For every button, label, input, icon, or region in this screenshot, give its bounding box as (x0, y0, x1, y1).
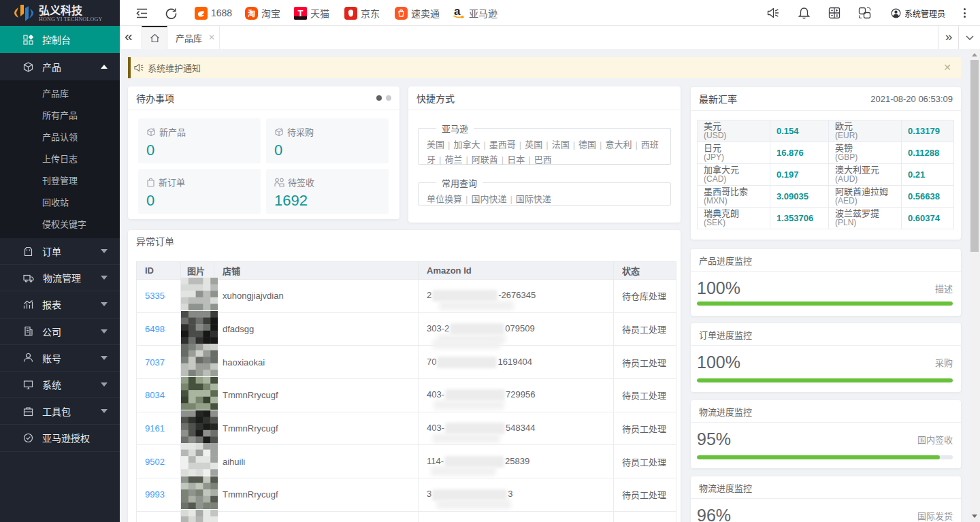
svg-text:HONG YI TECHNOLOGY: HONG YI TECHNOLOGY (39, 16, 102, 22)
svg-text:弘义科技: 弘义科技 (39, 4, 83, 16)
